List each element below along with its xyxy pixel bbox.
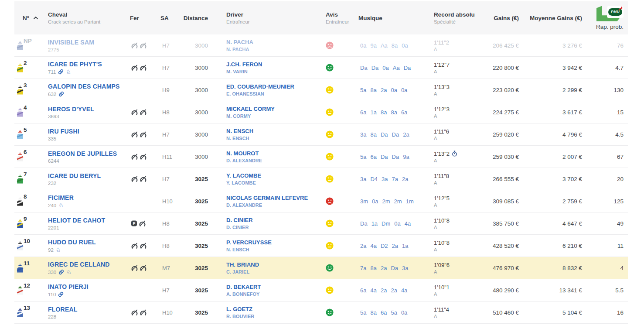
horse-name-link[interactable]: HELIOT DE CAHOT [48, 217, 126, 224]
column-header-rap-prob: PMU Rap. prob. [582, 6, 628, 30]
avis-smiley-green-icon [326, 264, 334, 272]
cheval-cell: EREGON DE JUPILLES 6244 [48, 150, 126, 164]
table-row[interactable]: 13 FLOREAL 228 H10 3025 L. GOETZ R. BOUV… [14, 302, 628, 324]
rap-prob-cell: 20 [582, 176, 628, 182]
table-row[interactable]: 10 HUDO DU RUEL 92 ♘ H8 3025 P. VERCRUYS… [14, 235, 628, 257]
table-header: N° Cheval Crack series au Partant Fer SA… [14, 1, 628, 34]
gains-cell: 206 425 € [471, 42, 519, 49]
moyenne-gains-cell: 3 617 € [519, 109, 582, 116]
driver-name-link[interactable]: Y. LACOMBE [226, 172, 320, 179]
musique-token: 8a [370, 87, 376, 93]
avis-cell [320, 153, 353, 161]
musique-token: 6a [370, 154, 376, 160]
table-row[interactable]: 12 INATO PIERJI 110 H7 3025 D. BEKAERT A… [14, 279, 628, 302]
driver-name-link[interactable]: MICKAEL CORMY [226, 106, 320, 112]
horse-name-link[interactable]: HUDO DU RUEL [48, 239, 126, 246]
table-row[interactable]: 4 HEROS D'YVEL 3693 H8 3000 MICKAEL CORM… [14, 101, 628, 123]
musique-token: D4 [370, 176, 378, 182]
horse-name-link[interactable]: HEROS D'YVEL [48, 106, 126, 113]
horse-name-link[interactable]: INATO PIERJI [48, 283, 126, 290]
horse-code: 632 [48, 92, 56, 97]
driver-name-link[interactable]: D. BEKAERT [226, 284, 320, 290]
horse-code: 232 [48, 181, 56, 186]
table-row[interactable]: 9 HELIOT DE CAHOT 2201 P H8 3025 D. CINI… [14, 212, 628, 235]
musique-token: 8a [370, 131, 376, 138]
horse-name-link[interactable]: IGREC DE CELLAND [48, 261, 126, 268]
trainer-name: M. VARIN [226, 69, 320, 74]
driver-name-link[interactable]: P. VERCRUYSSE [226, 239, 320, 246]
table-row[interactable]: 2 ICARE DE PHYT'S 711 ♘ H7 3000 J.CH. FE… [14, 57, 628, 79]
horse-name-link[interactable]: IRU FUSHI [48, 128, 126, 135]
cheval-cell: HUDO DU RUEL 92 ♘ [48, 239, 126, 253]
record-time: 1'12"3 [434, 106, 450, 113]
driver-cell: N. MOUROT D. ALEXANDRE [216, 150, 320, 163]
record-cell: 1'11"4 A [425, 306, 471, 319]
avis-smiley-green-icon [326, 308, 334, 316]
musique-token: Da [360, 65, 368, 71]
musique-token: 2a [360, 243, 366, 249]
pmu-logo-text: PMU [611, 10, 620, 14]
driver-name-link[interactable]: D. CINIER [226, 217, 320, 223]
table-row[interactable]: 8 FICIMER 240 ♘ H10 3025 NICOLAS GERMAIN… [14, 190, 628, 212]
musique-token: Da [381, 154, 388, 160]
specialty: A [434, 314, 471, 319]
avis-cell [320, 130, 353, 138]
driver-cell: L. GOETZ R. BOUVIER [216, 306, 320, 319]
horse-name-link[interactable]: ICARE DE PHYT'S [48, 61, 126, 68]
musique-token: 8a [391, 109, 397, 116]
sort-caret-up-icon[interactable] [33, 16, 38, 20]
record-time: 1'11"2 [434, 39, 449, 46]
rap-prob-cell: 4.5 [582, 131, 628, 138]
table-row[interactable]: NP INVISIBLE SAM 2775 H7 3000 N. PACHA N… [14, 34, 628, 57]
table-row[interactable]: 5 IRU FUSHI 335 H7 3000 N. ENSCH N. ENSC… [14, 123, 628, 146]
record-time: 1'09"6 [434, 262, 450, 268]
driver-name-link[interactable]: TH. BRIAND [226, 261, 320, 268]
avis-cell [320, 41, 353, 49]
table-row[interactable]: 6 EREGON DE JUPILLES 6244 H11 3000 N. MO… [14, 146, 628, 168]
avis-smiley-green-icon [326, 64, 334, 72]
driver-cell: N. ENSCH N. ENSCH [216, 128, 320, 141]
trainer-name: Y. LACOMBE [226, 180, 320, 185]
musique-token: 5a [360, 309, 366, 316]
driver-name-link[interactable]: J.CH. FERON [226, 61, 320, 68]
trainer-name: R. BOUVIER [226, 314, 320, 319]
crossed-horseshoe-icon [131, 309, 138, 316]
driver-name-link[interactable]: N. ENSCH [226, 128, 320, 134]
horse-number: 12 [24, 282, 30, 289]
jockey-silk-icon [16, 130, 24, 139]
horse-name-link[interactable]: FICIMER [48, 194, 126, 201]
driver-name-link[interactable]: N. MOUROT [226, 150, 320, 157]
table-row[interactable]: 11 IGREC DE CELLAND 330 ♘ M7 3025 TH. BR… [14, 257, 628, 279]
musique-cell: 3a8aDaDa2a [353, 131, 425, 138]
column-header-number[interactable]: N° [14, 15, 48, 21]
number-cell: 11 [14, 257, 48, 279]
avis-smiley-yellow-icon [326, 242, 334, 250]
driver-name-link[interactable]: NICOLAS GERMAIN LEFEVRE [226, 195, 320, 201]
table-row[interactable]: 7 ICARE DU BERYL 232 H7 3025 Y. LACOMBE … [14, 168, 628, 190]
driver-name-link[interactable]: ED. COUBARD-MEUNIER [226, 83, 320, 90]
trainer-name: A. BONNEFOY [226, 291, 320, 297]
driver-name-link[interactable]: L. GOETZ [226, 306, 320, 312]
musique-cell: 7a8a2aDa3a [353, 265, 425, 271]
horse-name-link[interactable]: ICARE DU BERYL [48, 172, 126, 179]
distance-cell: 3000 [183, 109, 216, 116]
musique-cell: 5a8a6a5a0a [353, 309, 425, 316]
musique-cell: 6a4a2a2a4a [353, 287, 425, 294]
driver-name-link[interactable]: N. PACHA [226, 39, 320, 45]
trainer-name: D. ALEXANDRE [226, 158, 320, 163]
horse-name-link[interactable]: INVISIBLE SAM [48, 39, 126, 46]
avis-smiley-yellow-icon [326, 86, 334, 94]
avis-smiley-yellow-icon [326, 108, 334, 116]
moyenne-gains-cell: 2 759 € [519, 198, 582, 205]
horse-name-link[interactable]: GALOPIN DES CHAMPS [48, 83, 126, 90]
driver-change-horse-icon: ♘ [58, 202, 64, 208]
horse-name-link[interactable]: FLOREAL [48, 306, 126, 313]
horse-number: 7 [24, 171, 27, 178]
horse-name-link[interactable]: EREGON DE JUPILLES [48, 150, 126, 157]
specialty: A [434, 291, 471, 297]
number-cell: 8 [14, 190, 48, 212]
table-row[interactable]: 3 GALOPIN DES CHAMPS 632 H9 3000 ED. COU… [14, 79, 628, 101]
rap-prob-cell: 125 [582, 198, 628, 205]
number-cell: NP [14, 34, 48, 56]
record-time: 1'10"8 [434, 240, 450, 246]
